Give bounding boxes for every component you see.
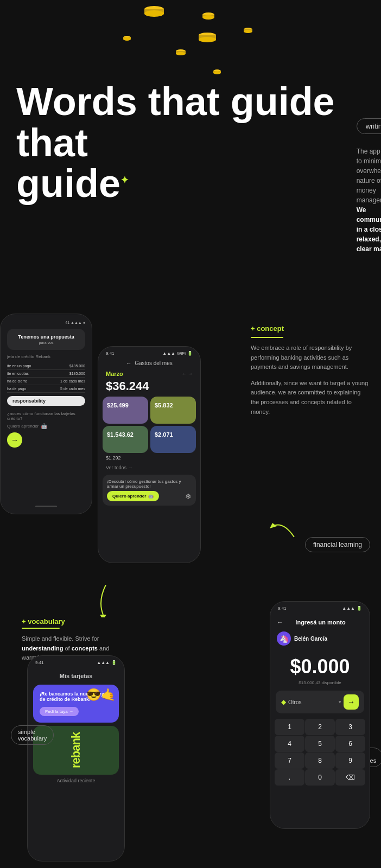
concept-label: + concept — [251, 324, 370, 333]
coin-6 — [175, 42, 186, 60]
activity-text: Actividad reciente — [28, 778, 124, 783]
svg-point-17 — [176, 52, 186, 55]
numpad-1[interactable]: 1 — [275, 719, 304, 735]
learn-row: Quiero aprender 🤖 — [7, 423, 85, 429]
expense-card-1: $25.499 — [103, 397, 148, 424]
numpad-6[interactable]: 6 — [335, 736, 365, 752]
numpad-2[interactable]: 2 — [305, 719, 335, 735]
vocab-underline — [22, 628, 60, 629]
writing-tag[interactable]: writing — [357, 118, 381, 134]
phone-cards-mockup: 9:41 ▲▲▲ 🔋 Mis tarjetas ¡Re bancamos la … — [27, 655, 125, 861]
expense-card-3: $1.543.62 — [103, 426, 148, 453]
concept-text-1: We embrace a role of responsibility by p… — [251, 343, 370, 372]
see-all-link[interactable]: Ver todos → — [98, 463, 200, 473]
transfer-status-bar: 9:41 ▲▲▲ 🔋 — [270, 602, 370, 613]
numpad-3[interactable]: 3 — [335, 719, 365, 735]
credit-question: ¿noces cómo funcionan las tarjetas crédi… — [7, 411, 85, 421]
svg-point-20 — [213, 71, 221, 74]
coin-3 — [243, 20, 253, 37]
proposal-title: Tenemos una propuesta — [12, 334, 80, 340]
title-text: Words that guide — [16, 80, 335, 123]
vocab-section: + vocabulary Simple and flexible. Strive… — [0, 585, 381, 868]
numpad-4[interactable]: 4 — [275, 736, 304, 752]
coin-4 — [123, 27, 131, 44]
avatar-row: 🦄 Belén García — [270, 628, 370, 649]
promo-emojis: 😎🤙 — [86, 688, 116, 702]
bottom-line — [35, 506, 57, 507]
learn-phone-btn[interactable]: Quiero aprender 🤖 — [107, 491, 159, 501]
status-icons: ▲▲▲ WiFi 🔋 — [162, 351, 193, 356]
promo-btn[interactable]: Pedi la tuya → — [40, 707, 79, 716]
transfer-amount: $0.000 — [270, 649, 370, 680]
cards-status-bar: 9:41 ▲▲▲ 🔋 — [28, 656, 124, 667]
svg-point-11 — [123, 37, 131, 41]
learn-phone-text: ¡Descubrí cómo gestionar tus gastos y ar… — [107, 479, 192, 489]
avatar-circle: 🦄 — [277, 631, 291, 646]
status-bar-credit: 41 ▲▲▲ ● — [7, 321, 85, 324]
right-content: writing + voice & tone The app aims to m… — [357, 81, 381, 254]
numpad-backspace[interactable]: ⌫ — [335, 769, 365, 786]
vocab-label: + vocabulary — [22, 617, 130, 626]
proposal-header: Tenemos una propuesta para vos — [7, 329, 85, 350]
financial-learning-container: financial learning — [305, 532, 370, 552]
numpad-dot[interactable]: . — [275, 769, 304, 786]
gastos-header: ← Gastos del mes — [98, 358, 200, 368]
otros-icon: ◆ — [281, 698, 286, 706]
svg-point-8 — [244, 30, 252, 33]
numpad-0[interactable]: 0 — [305, 769, 335, 786]
arrow-vocab — [92, 585, 119, 617]
otros-selector[interactable]: ◆ Otros ▾ → — [276, 691, 364, 713]
concept-box: + concept We embrace a role of responsib… — [251, 324, 370, 423]
gastos-amount: $36.244 — [98, 379, 200, 397]
gastos-status-bar: 9:41 ▲▲▲ WiFi 🔋 — [98, 347, 200, 358]
promo-card: ¡Re bancamos la nueva tarjeta de crédito… — [33, 685, 119, 723]
coin-1 — [144, 4, 164, 22]
responsability-badge: responsability — [7, 396, 85, 406]
numpad-8[interactable]: 8 — [305, 752, 335, 769]
numpad-7[interactable]: 7 — [275, 752, 304, 769]
otros-text: Otros — [288, 699, 336, 705]
mis-tarjetas-header: Mis tarjetas — [28, 667, 124, 681]
expense-card-2: $5.832 — [150, 397, 196, 424]
tags-row: writing + voice & tone — [357, 114, 381, 138]
arrow-curl-1 — [267, 515, 300, 542]
description-columns: The app aims to minimize the overwhelmin… — [357, 146, 381, 254]
proposal-sub: para vos — [12, 341, 80, 344]
chevron-down-icon: ▾ — [339, 699, 341, 705]
transfer-title: Ingresá un monto — [287, 619, 354, 626]
avatar-name: Belén García — [294, 636, 327, 642]
snowflake-icon: ❄ — [185, 492, 192, 501]
transfer-header: ← Ingresá un monto — [270, 613, 370, 628]
learn-emoji: 🤖 — [41, 423, 47, 429]
plus-btn[interactable]: → — [7, 432, 22, 448]
card-row-3: ha de cierre 1 de cada mes — [7, 378, 85, 385]
concept-underline — [251, 337, 283, 338]
expense-grid: $25.499 $5.832 $1.543.62 $2.071 — [98, 397, 200, 453]
card-row-1: ite en un pago $185.000 — [7, 362, 85, 370]
concept-text-2: Additionally, since we want to target a … — [251, 379, 370, 417]
coin-2 — [202, 7, 215, 24]
desc-left: The app aims to minimize the overwhelmin… — [357, 146, 381, 254]
svg-marker-21 — [270, 523, 277, 528]
card-row-4: ha de pago 5 de cada mes — [7, 385, 85, 393]
simple-vocab-badge: simple vocabulary — [11, 725, 54, 745]
numpad-9[interactable]: 9 — [335, 752, 365, 769]
svg-point-5 — [202, 15, 214, 20]
disponible-text: $15.000,43 disponible — [270, 680, 370, 685]
learn-section-phone: ¡Descubrí cómo gestionar tus gastos y ar… — [103, 475, 196, 506]
card-row-2: ite en cuotas $185.000 — [7, 370, 85, 378]
coin-7 — [213, 61, 221, 78]
go-btn[interactable]: → — [344, 694, 359, 710]
svg-point-14 — [199, 37, 216, 42]
header-section: Words that guide that guide✦ writing + v… — [0, 71, 381, 276]
numpad-5[interactable]: 5 — [305, 736, 335, 752]
rebank-logo: rebank — [69, 732, 83, 768]
phones-section: 41 ▲▲▲ ● Tenemos una propuesta para vos … — [0, 281, 381, 585]
phone-credit-card: 41 ▲▲▲ ● Tenemos una propuesta para vos … — [0, 314, 92, 514]
back-arrow[interactable]: ← — [277, 618, 283, 626]
numpad: 1 2 3 4 5 6 7 8 9 . 0 ⌫ — [275, 719, 365, 786]
coins-decoration — [0, 0, 381, 71]
svg-point-2 — [144, 10, 164, 17]
coin-5 — [198, 30, 217, 47]
star-icon: ✦ — [120, 175, 129, 186]
